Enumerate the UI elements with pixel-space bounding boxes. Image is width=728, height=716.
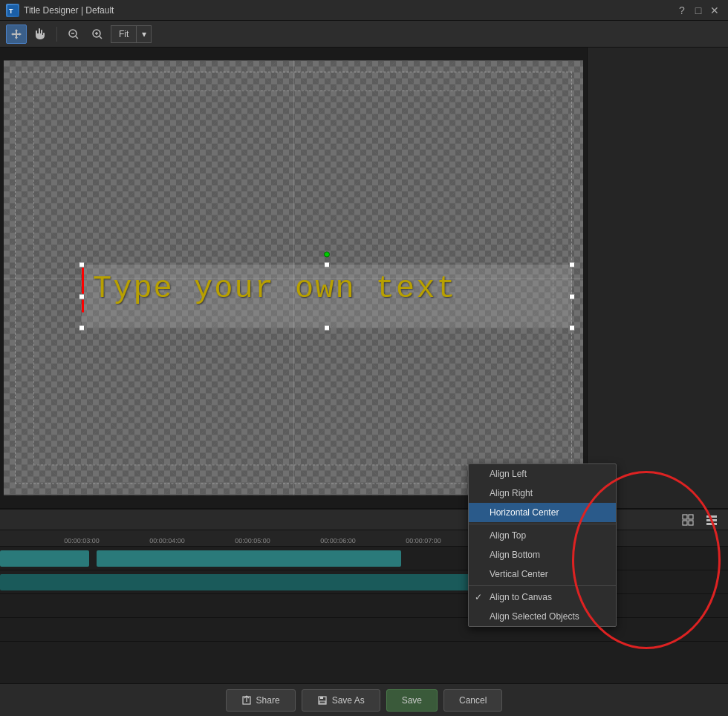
cancel-button[interactable]: Cancel bbox=[443, 689, 502, 712]
handle-top-right[interactable] bbox=[569, 262, 575, 268]
zoom-in-button[interactable] bbox=[87, 25, 108, 44]
svg-rect-20 bbox=[319, 701, 325, 703]
timeline-area: 00:00:03:00 00:00:04:00 00:00:05:00 00:0… bbox=[0, 508, 728, 716]
window-controls: ? □ ✕ bbox=[675, 3, 722, 18]
save-as-label: Save As bbox=[332, 695, 365, 706]
ruler-mark-4: 00:00:06:00 bbox=[320, 537, 356, 544]
svg-rect-9 bbox=[683, 515, 687, 519]
ruler-mark-2: 00:00:04:00 bbox=[149, 537, 185, 544]
menu-label-horizontal-center: Horizontal Center bbox=[490, 507, 559, 518]
separator-1 bbox=[56, 27, 57, 42]
app-logo: T bbox=[6, 4, 19, 17]
handle-rotate[interactable] bbox=[324, 252, 330, 258]
menu-item-align-top[interactable]: Align Top bbox=[469, 526, 616, 545]
track-row-3 bbox=[0, 594, 728, 618]
share-button[interactable]: Share bbox=[226, 689, 296, 712]
menu-item-align-canvas[interactable]: ✓ Align to Canvas bbox=[469, 588, 616, 607]
close-button[interactable]: ✕ bbox=[707, 3, 722, 18]
handle-bottom-right[interactable] bbox=[569, 325, 575, 331]
handle-top-center[interactable] bbox=[324, 262, 330, 268]
track-clip-1a[interactable] bbox=[0, 550, 89, 567]
ruler-mark-5: 00:00:07:00 bbox=[406, 537, 441, 544]
handle-middle-right[interactable] bbox=[569, 293, 575, 299]
menu-item-align-left[interactable]: Align Left bbox=[469, 464, 616, 484]
save-as-icon bbox=[317, 695, 328, 706]
right-panel bbox=[587, 48, 728, 508]
text-element-content[interactable]: Type your own text bbox=[82, 265, 572, 313]
track-row-2 bbox=[0, 570, 728, 594]
track-row-1 bbox=[0, 547, 728, 570]
track-row-4 bbox=[0, 618, 728, 642]
cancel-label: Cancel bbox=[459, 695, 487, 706]
handle-bottom-center[interactable] bbox=[324, 325, 330, 331]
menu-label-align-selected: Align Selected Objects bbox=[490, 611, 579, 622]
timeline-ruler: 00:00:03:00 00:00:04:00 00:00:05:00 00:0… bbox=[0, 530, 728, 547]
menu-separator-1 bbox=[469, 524, 616, 524]
timeline-header bbox=[0, 510, 728, 530]
zoom-out-button[interactable] bbox=[63, 25, 84, 44]
ruler-mark-3: 00:00:05:00 bbox=[235, 537, 270, 544]
svg-text:T: T bbox=[9, 7, 13, 15]
canvas-container: Type your own text bbox=[4, 61, 583, 495]
timeline-list-button[interactable] bbox=[701, 510, 722, 530]
svg-rect-11 bbox=[683, 521, 687, 525]
svg-line-8 bbox=[100, 36, 102, 39]
handle-middle-left[interactable] bbox=[79, 293, 85, 299]
main-area: Type your own text bbox=[0, 48, 728, 508]
svg-rect-10 bbox=[689, 515, 693, 519]
share-icon bbox=[241, 695, 252, 706]
menu-item-align-right[interactable]: Align Right bbox=[469, 484, 616, 503]
toolbar: Fit ▾ bbox=[0, 21, 728, 48]
svg-rect-12 bbox=[689, 521, 693, 525]
menu-item-vertical-center[interactable]: Vertical Center bbox=[469, 564, 616, 584]
save-as-button[interactable]: Save As bbox=[302, 689, 380, 712]
svg-rect-19 bbox=[320, 697, 323, 699]
menu-label-align-right: Align Right bbox=[490, 488, 533, 498]
alignment-dropdown-menu: Align Left Align Right Horizontal Center… bbox=[468, 463, 617, 627]
maximize-button[interactable]: □ bbox=[691, 3, 706, 18]
menu-item-align-bottom[interactable]: Align Bottom bbox=[469, 545, 616, 564]
text-element[interactable]: Type your own text bbox=[82, 265, 572, 328]
hand-tool-button[interactable] bbox=[30, 25, 51, 44]
bottom-bar: Share Save As Save Cancel bbox=[0, 683, 728, 716]
move-tool-button[interactable] bbox=[6, 25, 27, 44]
title-bar-label: Title Designer | Default bbox=[24, 5, 675, 16]
svg-line-4 bbox=[76, 36, 78, 39]
canvas-area[interactable]: Type your own text bbox=[0, 48, 587, 508]
timeline-grid-button[interactable] bbox=[677, 510, 698, 530]
menu-label-vertical-center: Vertical Center bbox=[490, 569, 548, 579]
svg-rect-13 bbox=[706, 515, 717, 518]
svg-rect-14 bbox=[706, 519, 717, 521]
menu-item-align-selected[interactable]: Align Selected Objects bbox=[469, 607, 616, 626]
svg-rect-15 bbox=[706, 523, 717, 525]
share-label: Share bbox=[256, 695, 280, 706]
save-label: Save bbox=[402, 695, 422, 706]
save-button[interactable]: Save bbox=[386, 689, 438, 712]
zoom-fit-group: Fit ▾ bbox=[111, 25, 152, 43]
fit-button[interactable]: Fit bbox=[111, 25, 137, 43]
menu-label-align-bottom: Align Bottom bbox=[490, 550, 540, 560]
menu-separator-2 bbox=[469, 585, 616, 586]
checkmark-icon: ✓ bbox=[475, 592, 482, 602]
menu-label-align-canvas: Align to Canvas bbox=[490, 592, 552, 602]
fit-dropdown-button[interactable]: ▾ bbox=[137, 25, 152, 43]
handle-top-left[interactable] bbox=[79, 262, 85, 268]
menu-item-horizontal-center[interactable]: Horizontal Center bbox=[469, 503, 616, 522]
menu-label-align-top: Align Top bbox=[490, 530, 526, 541]
handle-bottom-left[interactable] bbox=[79, 325, 85, 331]
track-clip-1b[interactable] bbox=[97, 550, 401, 567]
menu-label-align-left: Align Left bbox=[490, 469, 527, 479]
help-button[interactable]: ? bbox=[675, 3, 689, 18]
title-bar: T Title Designer | Default ? □ ✕ bbox=[0, 0, 728, 21]
ruler-mark-1: 00:00:03:00 bbox=[64, 537, 100, 544]
